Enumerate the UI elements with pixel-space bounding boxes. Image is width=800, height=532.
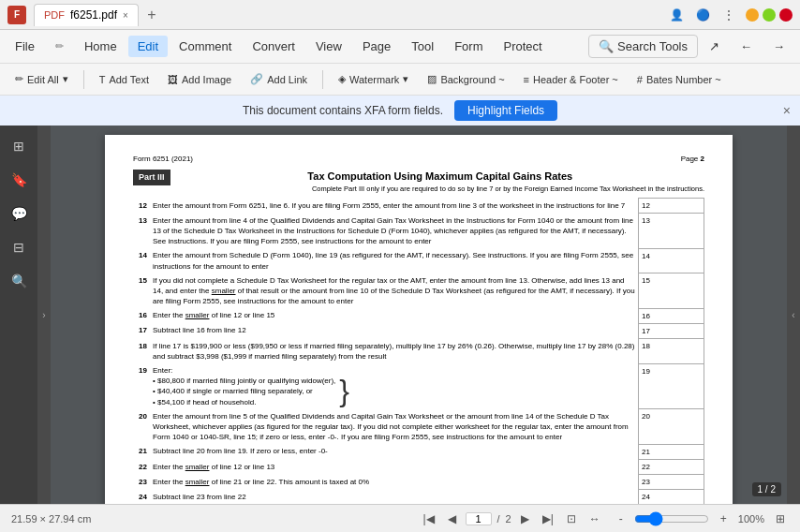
notification-message: This document contains XFA form fields. bbox=[243, 104, 443, 117]
add-link-icon: 🔗 bbox=[250, 73, 263, 85]
line-19-box[interactable]: 19 bbox=[639, 363, 704, 409]
line-15-box[interactable]: 15 bbox=[639, 273, 704, 309]
current-page-input[interactable] bbox=[466, 512, 492, 525]
maximize-btn[interactable] bbox=[763, 8, 776, 22]
menu-page[interactable]: Page bbox=[353, 36, 400, 57]
zoom-in-btn[interactable]: + bbox=[717, 510, 731, 527]
sidebar-layers-icon[interactable]: ⊟ bbox=[6, 234, 32, 260]
watermark-btn[interactable]: ◈ Watermark ▾ bbox=[331, 70, 416, 88]
form-number: Form 6251 (2021) bbox=[133, 154, 193, 164]
menu-file[interactable]: File bbox=[6, 36, 44, 57]
sidebar-comment-icon[interactable]: 💬 bbox=[6, 200, 32, 227]
line-17-box[interactable]: 17 bbox=[639, 323, 704, 338]
menu-edit[interactable]: Edit bbox=[128, 36, 168, 57]
document-area: Form 6251 (2021) Page 2 Part III Tax Com… bbox=[51, 126, 787, 504]
sidebar-pages-icon[interactable]: ⊞ bbox=[6, 133, 32, 159]
external-link-icon[interactable]: ↗ bbox=[700, 36, 729, 57]
edit-all-dropdown: ▾ bbox=[63, 73, 68, 85]
pdf-tab[interactable]: PDF f6251.pdf × bbox=[34, 4, 139, 26]
line-19-text: Enter: • $80,800 if married filing joint… bbox=[150, 363, 639, 409]
line-21-num: 21 bbox=[133, 444, 150, 459]
table-row: 21 Subtract line 20 from line 19. If zer… bbox=[133, 444, 704, 459]
highlight-fields-btn[interactable]: Highlight Fields bbox=[454, 100, 557, 121]
menu-comment[interactable]: Comment bbox=[170, 36, 241, 57]
nav-back-icon[interactable]: ← bbox=[731, 36, 762, 57]
line-14-num: 14 bbox=[133, 248, 150, 273]
content-table: 12 Enter the amount from Form 6251, line… bbox=[133, 198, 704, 504]
add-image-btn[interactable]: 🖼 Add Image bbox=[160, 71, 239, 88]
menu-edit-left[interactable]: ✏ bbox=[46, 37, 73, 56]
line-13-num: 13 bbox=[133, 214, 150, 249]
menu-protect[interactable]: Protect bbox=[494, 36, 551, 57]
pdf-icon: PDF bbox=[44, 9, 65, 21]
line-16-num: 16 bbox=[133, 308, 150, 323]
table-row: 16 Enter the smaller of line 12 or line … bbox=[133, 308, 704, 323]
tab-close-btn[interactable]: × bbox=[123, 10, 128, 21]
table-row: 18 If line 17 is $199,900 or less ($99,9… bbox=[133, 339, 704, 363]
line-23-box[interactable]: 23 bbox=[639, 475, 704, 490]
table-row: 12 Enter the amount from Form 6251, line… bbox=[133, 199, 704, 214]
user-avatar[interactable]: 👤 bbox=[667, 6, 686, 24]
line-16-box[interactable]: 16 bbox=[639, 308, 704, 323]
table-row: 17 Subtract line 16 from line 12 17 bbox=[133, 323, 704, 338]
watermark-dropdown: ▾ bbox=[403, 73, 408, 85]
new-tab-btn[interactable]: + bbox=[142, 6, 161, 24]
line-22-text: Enter the smaller of line 12 or line 13 bbox=[150, 460, 639, 475]
add-link-btn[interactable]: 🔗 Add Link bbox=[243, 70, 315, 88]
profile-circle[interactable]: 🔵 bbox=[693, 6, 712, 24]
line-13-box[interactable]: 13 bbox=[639, 214, 704, 249]
next-page-btn[interactable]: ▶ bbox=[517, 510, 533, 527]
tab-title: f6251.pdf bbox=[70, 8, 117, 22]
left-panel-toggle[interactable]: › bbox=[37, 126, 51, 504]
menu-tool[interactable]: Tool bbox=[402, 36, 443, 57]
menu-form[interactable]: Form bbox=[445, 36, 492, 57]
line-17-text: Subtract line 16 from line 12 bbox=[150, 323, 639, 338]
menu-view[interactable]: View bbox=[306, 36, 351, 57]
line-24-box[interactable]: 24 bbox=[639, 490, 704, 504]
bates-number-icon: # bbox=[637, 74, 643, 85]
table-row: 23 Enter the smaller of line 21 or line … bbox=[133, 475, 704, 490]
last-page-btn[interactable]: ▶| bbox=[539, 510, 557, 527]
fit-page-btn[interactable]: ⊡ bbox=[563, 510, 580, 527]
line-18-box[interactable]: 18 bbox=[639, 339, 704, 363]
nav-forward-icon[interactable]: → bbox=[763, 36, 794, 57]
line-24-text: Subtract line 23 from line 22 bbox=[150, 490, 639, 504]
fit-window-btn[interactable]: ⊞ bbox=[772, 510, 789, 527]
total-pages: 2 bbox=[506, 513, 511, 525]
more-options-icon[interactable]: ⋮ bbox=[719, 6, 738, 24]
prev-page-btn[interactable]: ◀ bbox=[444, 510, 460, 527]
background-btn[interactable]: ▨ Background ~ bbox=[420, 70, 511, 88]
minimize-btn[interactable] bbox=[746, 8, 759, 22]
header-footer-icon: ≡ bbox=[524, 74, 529, 85]
search-tools-btn[interactable]: 🔍 Search Tools bbox=[588, 35, 698, 58]
line-22-box[interactable]: 22 bbox=[639, 460, 704, 475]
fit-width-btn[interactable]: ↔ bbox=[585, 510, 604, 527]
line-19-num: 19 bbox=[133, 363, 150, 409]
search-tools-icon: 🔍 bbox=[599, 39, 614, 53]
table-row: 13 Enter the amount from line 4 of the Q… bbox=[133, 214, 704, 249]
line-16-text: Enter the smaller of line 12 or line 15 bbox=[150, 308, 639, 323]
header-footer-btn[interactable]: ≡ Header & Footer ~ bbox=[516, 71, 626, 88]
menu-convert[interactable]: Convert bbox=[243, 36, 304, 57]
toolbar-sep-1 bbox=[83, 70, 84, 89]
first-page-btn[interactable]: |◀ bbox=[419, 510, 437, 527]
right-panel-toggle[interactable]: ‹ bbox=[787, 126, 800, 504]
line-20-box[interactable]: 20 bbox=[639, 409, 704, 445]
menu-home[interactable]: Home bbox=[75, 36, 126, 57]
sidebar-bookmark-icon[interactable]: 🔖 bbox=[6, 167, 32, 193]
line-14-box[interactable]: 14 bbox=[639, 248, 704, 273]
sidebar-search-icon[interactable]: 🔍 bbox=[6, 268, 32, 294]
line-21-box[interactable]: 21 bbox=[639, 444, 704, 459]
document-dimensions: 21.59 × 27.94 cm bbox=[11, 513, 407, 525]
line-12-text: Enter the amount from Form 6251, line 6.… bbox=[150, 199, 639, 214]
add-text-btn[interactable]: T Add Text bbox=[92, 71, 156, 88]
line-12-box[interactable]: 12 bbox=[639, 199, 704, 214]
bates-number-btn[interactable]: # Bates Number ~ bbox=[630, 71, 729, 88]
line-18-text: If line 17 is $199,900 or less ($99,950 … bbox=[150, 339, 639, 363]
zoom-slider[interactable] bbox=[634, 511, 709, 526]
zoom-out-btn[interactable]: - bbox=[615, 510, 627, 527]
close-btn[interactable] bbox=[779, 8, 793, 22]
notification-close-btn[interactable]: × bbox=[783, 103, 791, 118]
page-navigation: |◀ ◀ / 2 ▶ ▶| ⊡ ↔ bbox=[419, 510, 603, 527]
edit-all-btn[interactable]: ✏ Edit All ▾ bbox=[7, 70, 76, 88]
